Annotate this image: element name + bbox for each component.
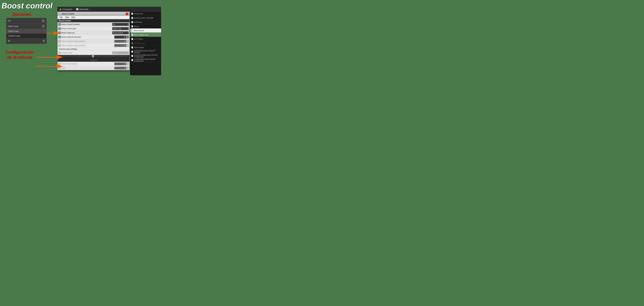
boost-freq-label: Boost solenoid freq.(Hz) bbox=[62, 36, 114, 38]
dialog-icon: 🔧 bbox=[59, 13, 62, 15]
acc-vvt-control[interactable]: 📄 VVT Control bbox=[130, 37, 161, 41]
page-title: Boost control bbox=[2, 1, 52, 10]
tab-spark[interactable]: ⚡ Accessories bbox=[57, 7, 74, 11]
control-mode-row: 🔧 Control mode Simple bbox=[58, 51, 130, 55]
sensitivity-track: | | | | | | | | | | | | | | | bbox=[59, 56, 128, 56]
control-interval-bar: 20 bbox=[114, 62, 126, 65]
boost-enabled-select[interactable]: On Off bbox=[112, 23, 129, 26]
fuel-pump-icon: 📄 bbox=[131, 21, 133, 23]
tab-startup[interactable]: 🔄 Startup/Idle bbox=[74, 7, 90, 11]
acc-nitrous[interactable]: 📄 Nitrous bbox=[130, 24, 161, 28]
boost-targets-icon: 📄 bbox=[131, 34, 133, 36]
menu-view[interactable]: View bbox=[64, 16, 70, 19]
boost-freq-row: 🔧 Boost solenoid freq.(Hz) 30 ▲ ▼ bbox=[58, 35, 130, 39]
vvt-duty-label: VVT duty cycle bbox=[134, 42, 160, 44]
valve-min-icon: 🔧 bbox=[58, 40, 61, 43]
boost-type-value[interactable]: Open Loop Closed Loop bbox=[112, 27, 129, 30]
close-button[interactable]: ✕ bbox=[126, 13, 128, 15]
config-label: Configuración de la válvula bbox=[4, 50, 35, 60]
dialog-title-text: Boost Control bbox=[62, 13, 74, 15]
boost-freq-value[interactable]: 30 ▲ ▼ bbox=[114, 35, 129, 38]
menu-file[interactable]: File bbox=[58, 16, 64, 19]
dialog-title: 🔧 Boost Control bbox=[59, 13, 74, 15]
valve-min-up: ▲ bbox=[127, 40, 129, 41]
boost-enabled-value[interactable]: On Off bbox=[112, 23, 129, 26]
enabled-value: On bbox=[8, 19, 11, 22]
acc-ext-aux[interactable]: 📄 External Auxillary Input Channel Confi… bbox=[130, 54, 161, 58]
sensitivity-slider-row: | | | | | | | | | | | | | | | bbox=[58, 55, 130, 62]
freq-down-btn[interactable]: ▼ bbox=[42, 39, 45, 42]
boost-type-label: Boost control type bbox=[62, 27, 112, 30]
freq-row: 30 ▼ bbox=[6, 38, 46, 44]
vvt-control-icon: 📄 bbox=[131, 38, 133, 40]
tacho-label: Tacho Output bbox=[134, 46, 160, 48]
nitrous-icon: 📄 bbox=[131, 25, 133, 27]
acc-boost-control[interactable]: 🔧 Boost Control bbox=[130, 28, 161, 33]
boost-freq-down[interactable]: ▼ bbox=[127, 37, 129, 38]
valve-min-stepper: ▲ ▼ bbox=[127, 40, 129, 43]
valve-max-bar: 90 bbox=[114, 44, 126, 47]
local-aux-icon: 📄 bbox=[131, 59, 133, 61]
boost-enabled-row: 🔧 Boost Control Enabled On Off bbox=[58, 22, 130, 26]
option-closed-loop[interactable]: Closed Loop bbox=[6, 34, 46, 38]
control-interval-row: 🔧 Control interval(ms) 20 ▲ ▼ bbox=[58, 62, 130, 66]
option-open-loop[interactable]: Open Loop bbox=[6, 29, 46, 34]
acc-boost-targets[interactable]: 📄 Boost Targets/Load bbox=[130, 33, 161, 37]
boost-pin-select[interactable]: Board Default bbox=[112, 31, 129, 34]
boost-freq-stepper[interactable]: ▲ ▼ bbox=[127, 35, 129, 38]
boost-type-select[interactable]: Open Loop Closed Loop bbox=[112, 27, 129, 30]
tacho-icon: 📄 bbox=[131, 46, 133, 48]
acc-canbus[interactable]: 📄 Canbus/Secondary Serial IO Interface bbox=[130, 50, 161, 54]
menu-help[interactable]: Help bbox=[70, 16, 76, 19]
valve-min-bar: 10 bbox=[114, 40, 126, 43]
control-interval-icon: 🔧 bbox=[58, 62, 61, 65]
acc-local-aux[interactable]: 📄 Local Auxillary Input Channel Configur… bbox=[130, 58, 161, 62]
tab-startup-label: Startup/Idle bbox=[79, 8, 88, 10]
control-interval-value: 20 ▲ ▼ bbox=[114, 62, 129, 65]
spark-icon: ⚡ bbox=[59, 8, 62, 10]
control-mode-label: Control mode bbox=[62, 52, 112, 54]
valve-max-icon: 🔧 bbox=[58, 44, 61, 47]
p-row: 🔧 P(%) 50 ▲ ▼ bbox=[58, 66, 130, 70]
tab-bar: ⚡ Accessories 🔄 Startup/Idle bbox=[57, 7, 161, 11]
startup-icon: 🔄 bbox=[76, 8, 78, 10]
accessories-list: 📄 Thermo Fan 📄 Launch Control / Flat Shi… bbox=[130, 11, 161, 75]
p-icon: 🔧 bbox=[58, 67, 61, 69]
control-mode-icon: 🔧 bbox=[58, 51, 61, 54]
control-mode-select: Simple bbox=[112, 51, 129, 54]
dialog-content: Boost Control 🔧 Boost Control Enabled On… bbox=[58, 19, 130, 70]
boost-pin-value[interactable]: Board Default bbox=[112, 31, 129, 34]
type-dropdown-arrow[interactable] bbox=[42, 24, 45, 28]
thermo-fan-label: Thermo Fan bbox=[134, 13, 160, 15]
ext-aux-icon: 📄 bbox=[131, 55, 133, 57]
boost-freq-up[interactable]: ▲ bbox=[127, 35, 129, 37]
boost-type-icon: 🔧 bbox=[58, 27, 61, 30]
freq-value: 30 bbox=[8, 40, 10, 42]
enabled-dropdown-row[interactable]: On bbox=[6, 18, 46, 23]
type-dropdown-row[interactable]: Open Loop bbox=[6, 23, 46, 29]
canbus-label: Canbus/Secondary Serial IO Interface bbox=[134, 50, 160, 53]
fuel-pump-label: Fuel Pump bbox=[134, 21, 160, 23]
closed-loop-header: Closed Loop settings bbox=[58, 48, 130, 51]
boost-freq-number: 30 bbox=[114, 35, 126, 38]
valve-min-value: 10 ▲ ▼ bbox=[114, 40, 129, 43]
valve-min-row: 🔧 Valve minimum duty cycle(%) 10 ▲ ▼ bbox=[58, 39, 130, 43]
thermo-fan-icon: 📄 bbox=[131, 13, 133, 15]
valve-max-value: 90 ▲ ▼ bbox=[114, 44, 129, 47]
boost-freq-icon: 🔧 bbox=[58, 36, 61, 38]
boost-enabled-label: Boost Control Enabled bbox=[62, 23, 112, 25]
acc-launch-control[interactable]: 📄 Launch Control / Flat Shift bbox=[130, 16, 161, 20]
sensitivity-label: Sensitivity bbox=[90, 59, 97, 61]
boost-control-list-label: Boost Control bbox=[134, 30, 160, 31]
acc-fuel-pump[interactable]: 📄 Fuel Pump bbox=[130, 20, 161, 24]
vvt-control-label: VVT Control bbox=[134, 38, 160, 40]
acc-tacho[interactable]: 📄 Tacho Output bbox=[130, 45, 161, 50]
enabled-dropdown-arrow[interactable] bbox=[42, 19, 45, 22]
canbus-icon: 📄 bbox=[131, 51, 133, 53]
acc-thermo-fan[interactable]: 📄 Thermo Fan bbox=[130, 11, 161, 16]
boost-pin-icon: 🔧 bbox=[58, 31, 61, 34]
p-value: 50 ▲ ▼ bbox=[114, 67, 129, 69]
p-bar: 50 bbox=[114, 67, 126, 69]
right-panel: 🔧 Accessories ✕ 3D Tuning Maps 📄 Thermo … bbox=[130, 7, 161, 75]
acc-vvt-duty[interactable]: 📄 VVT duty cycle bbox=[130, 41, 161, 45]
